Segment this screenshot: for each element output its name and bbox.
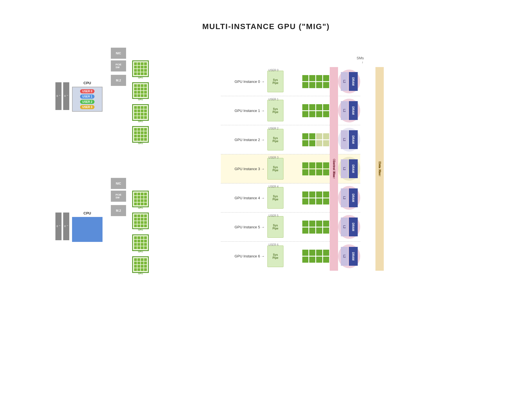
sm-cell [309, 140, 315, 146]
bottom-gpu-1: GPU [132, 213, 149, 231]
dram-2: DRAM [349, 130, 358, 149]
top-dimm-1: DIMM [55, 82, 62, 110]
instance-label-5: GPU Instance 5 → [221, 225, 267, 229]
mig-row-6: USER 6 GPU Instance 6 → SysPipe [221, 242, 360, 271]
l2-2: L2 [341, 130, 348, 149]
sm-cell [302, 162, 308, 168]
top-pcie-row: PCIESW M.2 GPU GPU [111, 60, 149, 145]
sys-pipe-6: SysPipe [267, 245, 283, 267]
l2-1: L2 [341, 101, 348, 120]
sm-cell [316, 111, 322, 117]
ellipse-2: L2 DRAM [338, 128, 360, 152]
bottom-nic-row: NIC [111, 178, 126, 189]
bottom-cpu-box [72, 217, 103, 242]
sm-cell [302, 257, 308, 263]
sm-cell [302, 198, 308, 204]
instance-label-6: GPU Instance 6 → [221, 254, 267, 258]
sm-cell [323, 221, 329, 227]
bottom-gpu-3: GPU [132, 256, 149, 275]
sys-pipe-2: SysPipe [267, 129, 283, 150]
top-gpu-1: GPU [132, 82, 149, 101]
page-title: MULTI-INSTANCE GPU ("MIG") [0, 0, 532, 42]
sm-grid-2 [302, 133, 329, 146]
user0-badge: USER 0 [80, 89, 94, 93]
bottom-cpu-block: CPU [72, 211, 103, 242]
ellipse-4: L2 DRAM [338, 186, 360, 210]
sm-cell [323, 191, 329, 198]
sm-cell [316, 221, 322, 227]
top-dimm-2: DIMM [63, 82, 69, 110]
instance-label-1: GPU Instance 1 → [221, 109, 267, 113]
top-gpu-0: GPU [132, 60, 149, 79]
l2-dram-1: L2 DRAM [341, 99, 360, 122]
sm-grid-0 [302, 75, 329, 88]
sm-cell [309, 162, 315, 168]
l2-0: L2 [341, 72, 348, 91]
sm-cell [316, 82, 322, 88]
user-label-4: USER 4 [268, 185, 278, 188]
sm-cell [302, 221, 308, 227]
ellipse-3: L2 DRAM [338, 157, 360, 181]
mig-rows-container: Control Xbar Data Xbar USER 0 GPU Instan… [221, 67, 360, 271]
bottom-dimm-2: DIMM [63, 213, 69, 240]
sm-cell [323, 111, 329, 117]
sm-cell [316, 133, 322, 139]
sm-grid-1 [302, 104, 329, 117]
sm-grid-5 [302, 221, 329, 234]
top-m2: M.2 [111, 75, 126, 86]
bottom-dimm-group: DIMM DIMM [55, 213, 69, 240]
mig-row-0: USER 0 GPU Instance 0 → SysPipe [221, 67, 360, 96]
sm-cell [309, 111, 315, 117]
sys-pipe-1: SysPipe [267, 100, 283, 121]
dram-1: DRAM [349, 101, 358, 120]
data-xbar: Data Xbar [375, 67, 384, 271]
bottom-gpu-2: GPU [132, 234, 149, 253]
bottom-pcie-sw: PCIESW [111, 191, 126, 202]
sm-cell [323, 198, 329, 204]
bottom-pcie-col: PCIESW M.2 [111, 191, 126, 216]
sm-cell [309, 133, 315, 139]
user-label-6: USER 6 [268, 243, 278, 246]
sm-cell [323, 169, 329, 175]
top-server: DIMM DIMM CPU USER 0 USER 1 USER 2 USER … [55, 48, 149, 145]
top-dimm-group: DIMM DIMM [55, 82, 69, 110]
dram-4: DRAM [349, 188, 358, 207]
l2-dram-6: L2 DRAM [341, 244, 360, 268]
sm-cell [316, 257, 322, 263]
mig-diagram: SMs ↓ Control Xbar Data Xbar USER 0 GPU … [221, 56, 360, 271]
sm-cell [302, 82, 308, 88]
l2-dram-3: L2 DRAM [341, 157, 360, 181]
top-pcie-sw: PCIESW [111, 60, 126, 71]
user-label-3: USER 3 [268, 156, 278, 159]
dram-6: DRAM [349, 247, 358, 266]
top-cpu-box: USER 0 USER 1 USER 2 USER 3 [72, 87, 103, 112]
instance-label-0: GPU Instance 0 → [221, 80, 267, 84]
sms-label: SMs [357, 56, 364, 60]
sm-cell [302, 191, 308, 198]
sm-cell [302, 169, 308, 175]
sys-pipe-5: SysPipe [267, 216, 283, 238]
sm-cell [323, 140, 329, 146]
sm-cell [316, 140, 322, 146]
mig-row-3: USER 3 GPU Instance 3 → SysPipe [221, 154, 360, 183]
sm-cell [309, 104, 315, 110]
top-gpu-2: GPU [132, 104, 149, 123]
top-cpu-block: CPU USER 0 USER 1 USER 2 USER 3 [72, 81, 103, 112]
bottom-m2: M.2 [111, 205, 126, 216]
dram-5: DRAM [349, 218, 358, 236]
sm-cell [309, 169, 315, 175]
user3-badge: USER 3 [80, 105, 94, 109]
sm-cell [302, 250, 308, 256]
bottom-pcie-row: PCIESW M.2 GPU GPU [111, 191, 149, 275]
top-nic-row: NIC [111, 48, 126, 59]
sm-cell [316, 162, 322, 168]
ellipse-1: L2 DRAM [338, 99, 360, 122]
top-gpu-col: GPU GPU GPU GPU [132, 60, 149, 145]
top-nic: NIC [111, 48, 126, 59]
sm-cell [309, 191, 315, 198]
bottom-gpu-0: GPU [132, 191, 149, 209]
sm-cell [323, 250, 329, 256]
mig-row-5: USER 5 GPU Instance 5 → SysPipe [221, 213, 360, 242]
bottom-server: DIMM DIMM CPU NIC PCIESW M.2 [55, 178, 149, 275]
sms-header: SMs ↓ [221, 56, 360, 67]
